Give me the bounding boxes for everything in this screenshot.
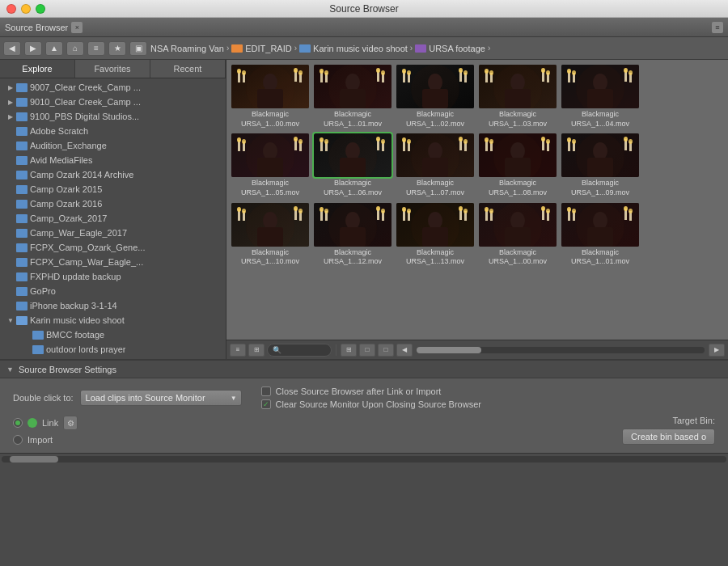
sidebar-item-18[interactable]: outdoor lords prayer	[0, 342, 226, 357]
double-click-label: Double click to:	[13, 393, 74, 403]
panel-close-button[interactable]: ×	[71, 22, 83, 33]
settings-body: Double click to: Load clips into Source …	[0, 378, 728, 453]
grid-thumb-view-button[interactable]: ⊞	[248, 344, 265, 357]
sidebar-item-5[interactable]: Avid MediaFiles	[0, 153, 226, 167]
breadcrumb-item-0[interactable]: NSA Roaming Van ›	[150, 44, 229, 53]
folder-icon-3	[16, 127, 28, 136]
file-thumb-3[interactable]: Blackmagic URSA_1...03.mov	[479, 65, 557, 129]
svg-point-78	[324, 139, 328, 144]
horizontal-scrollbar-thumb[interactable]	[417, 347, 481, 353]
file-thumb-2[interactable]: Blackmagic URSA_1...02.mov	[396, 65, 474, 129]
create-bin-button[interactable]: Create bin based o	[622, 429, 715, 445]
sidebar-item-12[interactable]: FCPX_Camp_War_Eagle_...	[0, 255, 226, 269]
breadcrumb-item-3[interactable]: URSA footage ›	[415, 44, 490, 53]
window-title: Source Browser	[329, 3, 398, 15]
breadcrumb-item-1[interactable]: EDIT_RAID ›	[231, 44, 297, 53]
file-thumb-11[interactable]: Blackmagic URSA_1...12.mov	[314, 203, 392, 267]
sidebar-item-13[interactable]: FXPHD update backup	[0, 269, 226, 284]
forward-button[interactable]: ▶	[24, 41, 42, 56]
target-bin-area: Target Bin: Create bin based o	[622, 416, 715, 445]
file-thumb-1[interactable]: Blackmagic URSA_1...01.mov	[314, 65, 392, 129]
folder-icon-18	[32, 345, 44, 354]
sidebar-item-6[interactable]: Camp Ozark 2014 Archive	[0, 167, 226, 182]
file-thumb-14[interactable]: Blackmagic URSA_1...01.mov	[561, 203, 639, 267]
horizontal-scrollbar-track[interactable]	[417, 347, 705, 353]
sidebar-item-9[interactable]: Camp_Ozark_2017	[0, 211, 226, 226]
sidebar-item-3[interactable]: Adobe Scratch	[0, 124, 226, 138]
file-grid: Blackmagic URSA_1...00.mov	[226, 60, 728, 340]
link-settings-button[interactable]: ⚙	[63, 416, 78, 430]
grid-size-med-button[interactable]: □	[359, 344, 375, 357]
settings-header: ▼ Source Browser Settings	[0, 361, 728, 378]
sidebar-item-label-12: FCPX_Camp_War_Eagle_...	[30, 257, 143, 267]
thumb-image-7	[396, 133, 474, 177]
window-controls	[6, 4, 45, 14]
sidebar-item-label-6: Camp Ozark 2014 Archive	[30, 170, 133, 180]
close-button[interactable]	[6, 4, 16, 14]
radio-link-button[interactable]	[13, 418, 23, 428]
sidebar-item-1[interactable]: ▶9010_Clear Creek_Camp ...	[0, 95, 226, 109]
back-button[interactable]: ◀	[3, 41, 21, 56]
folder-icon-8	[16, 200, 28, 209]
grid-size-large-button[interactable]: □	[378, 344, 394, 357]
bottom-scroll-track[interactable]	[2, 456, 726, 463]
checkbox-1[interactable]	[261, 399, 271, 409]
file-thumb-8[interactable]: Blackmagic URSA_1...08.mov	[479, 133, 557, 197]
file-thumb-6[interactable]: Blackmagic URSA_1...06.mov	[314, 133, 392, 197]
checkbox-0[interactable]	[261, 386, 271, 396]
file-row-1: Blackmagic URSA_1...05.mov	[231, 133, 723, 197]
grid-scroll-left-button[interactable]: ◀	[396, 344, 413, 357]
svg-point-88	[402, 137, 406, 142]
bottom-scroll-thumb[interactable]	[10, 456, 58, 463]
sidebar-item-4[interactable]: Audition_Exchange	[0, 138, 226, 153]
tab-explore[interactable]: Explore	[0, 60, 75, 78]
sidebar-item-2[interactable]: ▶9100_PBS Digital Studios...	[0, 109, 226, 124]
source-monitor-button[interactable]: ▣	[129, 41, 147, 56]
double-click-dropdown[interactable]: Load clips into Source Monitor ▼	[80, 390, 242, 406]
tab-favorites[interactable]: Favorites	[75, 60, 150, 78]
sidebar-item-11[interactable]: FCPX_Camp_Ozark_Gene...	[0, 240, 226, 255]
file-thumb-4[interactable]: Blackmagic URSA_1...04.mov	[561, 65, 639, 129]
file-thumb-0[interactable]: Blackmagic URSA_1...00.mov	[231, 65, 309, 129]
tab-recent[interactable]: Recent	[150, 60, 226, 78]
double-click-row: Double click to: Load clips into Source …	[13, 386, 715, 409]
monitor-icon: ▣	[135, 44, 142, 53]
radio-link-label: Link	[42, 418, 58, 428]
grid-scroll-right-button[interactable]: ▶	[709, 344, 725, 357]
home-button[interactable]: ⌂	[66, 41, 84, 56]
grid-list-view-button[interactable]: ≡	[230, 344, 246, 357]
sidebar-item-16[interactable]: ▼Karin music video shoot	[0, 313, 226, 327]
radio-import-button[interactable]	[13, 435, 23, 445]
file-thumb-12[interactable]: Blackmagic URSA_1...13.mov	[396, 203, 474, 267]
svg-point-130	[298, 209, 303, 213]
sidebar-item-label-0: 9007_Clear Creek_Camp ...	[30, 82, 141, 92]
sidebar-item-14[interactable]: GoPro	[0, 284, 226, 298]
breadcrumb-label-2: Karin music video shoot	[313, 44, 408, 53]
breadcrumb-item-2[interactable]: Karin music video shoot ›	[299, 44, 413, 53]
sidebar-item-0[interactable]: ▶9007_Clear Creek_Camp ...	[0, 80, 226, 95]
sidebar-item-17[interactable]: BMCC footage	[0, 327, 226, 342]
list-view-button[interactable]: ≡	[87, 41, 105, 56]
file-thumb-10[interactable]: Blackmagic URSA_1...10.mov	[231, 203, 309, 267]
dropdown-value: Load clips into Source Monitor	[86, 393, 205, 403]
file-thumb-13[interactable]: Blackmagic URSA_1...00.mov	[479, 203, 557, 267]
sidebar-item-15[interactable]: iPhone backup 3-1-14	[0, 298, 226, 313]
svg-point-160	[485, 207, 489, 212]
file-thumb-5[interactable]: Blackmagic URSA_1...05.mov	[231, 133, 309, 197]
settings-arrow-icon: ▼	[6, 365, 14, 374]
favorites-button[interactable]: ★	[108, 41, 126, 56]
file-thumb-7[interactable]: Blackmagic URSA_1...07.mov	[396, 133, 474, 197]
grid-size-small-button[interactable]: ⊞	[341, 344, 357, 357]
sidebar-item-7[interactable]: Camp Ozark 2015	[0, 182, 226, 196]
panel-menu-button[interactable]: ≡	[712, 22, 723, 33]
up-button[interactable]: ▲	[45, 41, 63, 56]
svg-point-172	[567, 207, 571, 212]
maximize-button[interactable]	[36, 4, 45, 14]
file-thumb-9[interactable]: Blackmagic URSA_1...09.mov	[561, 133, 639, 197]
sidebar-item-19[interactable]: Scott_7D...	[0, 357, 226, 359]
sidebar-item-10[interactable]: Camp_War_Eagle_2017	[0, 226, 226, 240]
folder-icon-1	[16, 98, 28, 107]
sidebar-item-8[interactable]: Camp Ozark 2016	[0, 196, 226, 211]
svg-point-100	[485, 137, 489, 142]
minimize-button[interactable]	[21, 4, 31, 14]
